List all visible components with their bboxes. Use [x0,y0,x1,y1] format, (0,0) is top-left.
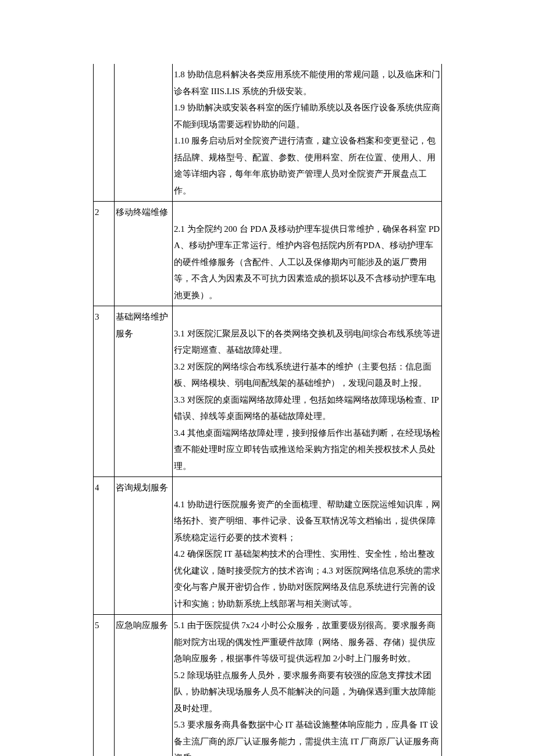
cell-num: 4 [94,477,115,615]
cell-desc: 1.8 协助信息科解决各类应用系统不能使用的常规问题，以及临床和门诊各科室 II… [173,64,442,202]
cell-num: 2 [94,202,115,306]
cell-name: 应急响应服务 [115,615,173,757]
table-row: 4 咨询规划服务 4.1 协助进行医院服务资产的全面梳理、帮助建立医院运维知识库… [94,477,442,615]
cell-name: 基础网络维护服务 [115,306,173,477]
cell-num [94,64,115,202]
table-row: 1.8 协助信息科解决各类应用系统不能使用的常规问题，以及临床和门诊各科室 II… [94,64,442,202]
cell-name: 咨询规划服务 [115,477,173,615]
cell-desc: 4.1 协助进行医院服务资产的全面梳理、帮助建立医院运维知识库，网络拓扑、资产明… [173,477,442,615]
cell-desc: 2.1 为全院约 200 台 PDA 及移动护理车提供日常维护，确保各科室 PD… [173,202,442,306]
cell-name: 移动终端维修 [115,202,173,306]
cell-name [115,64,173,202]
table-row: 5 应急响应服务 5.1 由于医院提供 7x24 小时公众服务，故重要级别很高。… [94,615,442,757]
service-table: 1.8 协助信息科解决各类应用系统不能使用的常规问题，以及临床和门诊各科室 II… [93,64,442,756]
cell-num: 5 [94,615,115,757]
table-row: 3 基础网络维护服务 3.1 对医院汇聚层及以下的各类网络交换机及弱电间综合布线… [94,306,442,477]
table-row: 2 移动终端维修 2.1 为全院约 200 台 PDA 及移动护理车提供日常维护… [94,202,442,306]
cell-desc: 3.1 对医院汇聚层及以下的各类网络交换机及弱电间综合布线系统等进行定期巡查、基… [173,306,442,477]
cell-num: 3 [94,306,115,477]
cell-desc: 5.1 由于医院提供 7x24 小时公众服务，故重要级别很高。要求服务商能对院方… [173,615,442,757]
